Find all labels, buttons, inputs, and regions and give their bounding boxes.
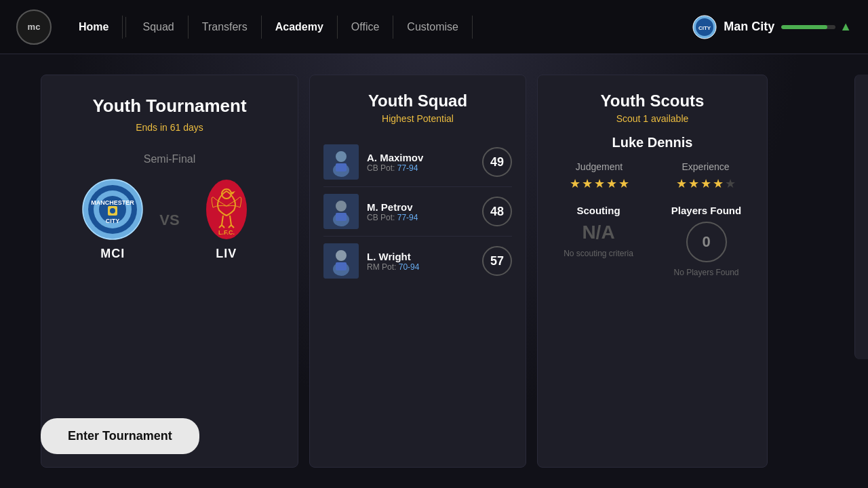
player-row[interactable]: L. Wright RM Pot: 70-94 57 [323,237,512,285]
experience-stat: Experience ★★★★★ [658,161,753,191]
mci-badge-icon: MANCHESTER CITY [82,179,143,240]
match-row: MANCHESTER CITY MCI VS [58,179,281,261]
svg-point-9 [110,208,115,214]
svg-point-20 [336,201,347,211]
nav-customise[interactable]: Customise [393,16,473,39]
nav-home[interactable]: Home [65,16,123,39]
player-list: A. Maximov CB Pot: 77-94 49 [323,138,512,285]
squad-title: Youth Squad [368,92,467,110]
scouting-item: Scouting N/A No scouting criteria [551,205,646,277]
scouting-sublabel: No scouting criteria [564,249,633,258]
tournament-ends: Ends in 61 days [136,122,203,133]
scout-data-grid: Scouting N/A No scouting criteria Player… [551,205,753,277]
player-avatar-2 [323,194,359,229]
club-badge-icon: CITY [692,15,717,39]
club-name: Man City [724,20,774,34]
player-name-3: L. Wright [367,251,474,262]
scout-stats-grid: Judgement ★★★★★ Experience ★★★★★ [551,161,753,191]
player-avatar-3 [323,243,359,279]
svg-text:L.F.C.: L.F.C. [218,229,235,236]
liv-badge-icon: L.F.C. [196,179,257,240]
vs-label: VS [159,211,179,229]
player-name-1: A. Maximov [367,152,474,163]
morale-bar-container: ▲ [781,20,852,34]
scouts-card: Youth Scouts Scout 1 available Luke Denn… [537,75,768,468]
player-rating-2: 48 [482,197,512,226]
judgement-stars: ★★★★★ [570,176,629,191]
squad-subtitle: Highest Potential [382,113,454,124]
players-found-value: 0 [686,222,727,262]
nav-office[interactable]: Office [338,16,394,39]
experience-stars: ★★★★★ [676,176,736,191]
nav-academy[interactable]: Academy [262,16,338,39]
player-name-2: M. Petrov [367,201,474,213]
svg-text:CITY: CITY [106,218,120,224]
players-found-sublabel: No Players Found [673,268,738,277]
players-found-label: Players Found [671,205,741,216]
home-team: MANCHESTER CITY MCI [82,179,143,261]
judgement-stat: Judgement ★★★★★ [551,161,647,191]
header: mc Home Squad Transfers Academy Office C… [0,0,868,54]
player-info-1: A. Maximov CB Pot: 77-94 [367,152,474,173]
player-info-2: M. Petrov CB Pot: 77-94 [367,201,474,222]
away-team-code: LIV [216,247,237,261]
nav-squad[interactable]: Squad [129,16,188,39]
nav-transfers[interactable]: Transfers [189,16,262,39]
home-team-code: MCI [100,247,125,261]
tournament-title: Youth Tournament [92,96,246,117]
right-card-peek [854,75,868,359]
scouting-label: Scouting [576,205,620,216]
svg-point-16 [336,151,347,162]
enter-tournament-button[interactable]: Enter Tournament [41,418,199,454]
svg-text:MANCHESTER: MANCHESTER [92,199,135,206]
players-found-item: Players Found 0 No Players Found [659,205,753,277]
morale-icon: ▲ [840,20,852,34]
main-nav: Home Squad Transfers Academy Office Cust… [65,16,692,39]
player-pos-pot-1: CB Pot: 77-94 [367,163,474,173]
judgement-label: Judgement [576,161,623,172]
player-row[interactable]: M. Petrov CB Pot: 77-94 48 [323,187,512,237]
player-rating-3: 57 [482,246,512,276]
nav-divider-1 [125,17,126,37]
svg-point-24 [336,250,347,261]
player-row[interactable]: A. Maximov CB Pot: 77-94 49 [323,138,512,187]
morale-fill [781,25,827,29]
away-team: L.F.C. LIV [196,179,257,261]
app-logo: mc [16,9,52,45]
player-info-3: L. Wright RM Pot: 70-94 [367,251,474,272]
squad-card: Youth Squad Highest Potential A. Maximo [309,75,526,468]
scouts-available: Scout 1 available [616,113,689,124]
scouting-value: N/A [582,222,614,243]
player-pos-pot-3: RM Pot: 70-94 [367,262,474,272]
main-content: Youth Tournament Ends in 61 days Semi-Fi… [0,54,868,488]
morale-bar [781,25,835,29]
player-rating-1: 49 [482,147,512,177]
svg-text:CITY: CITY [698,25,711,31]
svg-rect-18 [336,163,347,171]
club-info: CITY Man City ▲ [692,15,852,39]
scout-name: Luke Dennis [612,135,693,150]
svg-rect-22 [336,213,347,221]
tournament-stage: Semi-Final [144,153,195,165]
scouts-title: Youth Scouts [601,92,705,110]
player-avatar-1 [323,144,359,180]
player-pos-pot-2: CB Pot: 77-94 [367,213,474,222]
enter-btn-container: Enter Tournament [41,418,199,454]
svg-rect-26 [336,262,347,270]
tournament-card: Youth Tournament Ends in 61 days Semi-Fi… [41,75,298,468]
experience-label: Experience [682,161,729,172]
